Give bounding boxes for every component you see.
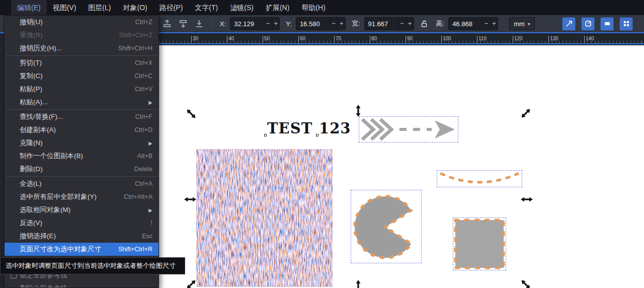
pacman-object-selection-box[interactable] — [351, 190, 422, 263]
selection-handle-bottom-middle[interactable] — [356, 280, 361, 288]
menu-item-cut[interactable]: 剪切(T) Ctrl+X — [5, 56, 158, 69]
move-patterns-toggle[interactable] — [619, 17, 633, 31]
units-dropdown[interactable]: mm ▾ — [509, 17, 535, 30]
canvas[interactable]: TEST 123 — [159, 45, 644, 288]
menu-item-label: 选取相同对象(M) — [20, 205, 70, 214]
height-spinbox: − + — [448, 17, 498, 30]
menubar-item-path[interactable]: 路径(P) — [153, 0, 189, 15]
height-increment-button[interactable]: + — [490, 18, 498, 30]
menu-item-shortcut: Ctrl+X — [135, 59, 152, 66]
selection-handle-left-middle[interactable] — [184, 197, 196, 202]
menu-item-label: 删除全部参考线 — [20, 284, 67, 288]
menu-item-delete-all-guides[interactable]: 删除全部参考线 — [5, 282, 158, 288]
menu-item-clone[interactable]: 克隆(N) ▶ — [5, 136, 158, 150]
x-spinbox: − + — [230, 17, 280, 30]
menu-separator — [6, 176, 157, 177]
menu-item-label: 粘贴(A)... — [20, 98, 48, 107]
submenu-arrow-icon: ▶ — [148, 207, 152, 213]
menubar-item-layer[interactable]: 图层(L) — [82, 0, 117, 15]
menu-item-find-replace[interactable]: 查找/替换(F)... Ctrl+F — [5, 110, 158, 123]
lower-to-bottom-icon[interactable] — [193, 18, 205, 30]
menubar-item-filters[interactable]: 滤镜(S) — [224, 0, 260, 15]
selection-handle-bottom-right[interactable] — [520, 278, 532, 288]
menu-item-label: 页面尺寸改为选中对象尺寸 — [20, 245, 101, 254]
scale-corners-toggle[interactable] — [581, 17, 595, 31]
menubar-item-edit[interactable]: 编辑(E) — [11, 0, 47, 15]
menu-item-deselect[interactable]: 撤销选择(E) Esc — [5, 230, 158, 243]
menu-item-duplicate[interactable]: 创建副本(A) Ctrl+D — [5, 123, 158, 136]
menubar-item-text[interactable]: 文字(T) — [189, 0, 224, 15]
text-object-123[interactable]: 123 — [319, 120, 351, 137]
tooltip: 选中对象时调整页面尺寸到当前选中对象或者整个绘图尺寸 — [0, 257, 185, 274]
selection-handle-top-right[interactable] — [520, 107, 532, 119]
height-stepper: − + — [482, 18, 498, 30]
menubar-item-extensions[interactable]: 扩展(N) — [260, 0, 295, 15]
menu-item-shortcut: Ctrl+D — [134, 126, 152, 133]
dashed-curve-shape — [437, 171, 522, 187]
lock-ratio-icon[interactable] — [418, 18, 430, 30]
y-increment-button[interactable]: + — [338, 18, 345, 30]
menu-item-label: 复制(C) — [20, 71, 43, 81]
x-stepper: − + — [264, 18, 279, 30]
menu-item-label: 粘贴(P) — [20, 85, 42, 94]
x-input[interactable] — [230, 18, 264, 30]
square-object-selection-box[interactable] — [453, 218, 506, 270]
width-increment-button[interactable]: + — [406, 18, 414, 30]
x-decrement-button[interactable]: − — [264, 18, 272, 30]
menubar-item-help[interactable]: 帮助(H) — [295, 0, 331, 15]
curve-object-selection-box[interactable] — [437, 170, 522, 187]
menu-item-label: 选中所有层中全部对象(Y) — [20, 192, 97, 201]
height-input[interactable] — [449, 18, 482, 30]
menu-item-shortcut: Ctrl+Z — [135, 19, 152, 26]
menu-item-shortcut: Esc — [142, 233, 152, 240]
menu-item-resize-page-to-selection[interactable]: 页面尺寸改为选中对象尺寸 Shift+Ctrl+R — [5, 243, 158, 256]
menu-item-select-all-in-all-layers[interactable]: 选中所有层中全部对象(Y) Ctrl+Alt+A — [5, 190, 158, 203]
menu-item-paste-special[interactable]: 粘贴(A)... ▶ — [5, 96, 158, 109]
horizontal-ruler[interactable]: 30 40 50 60 70 80 90 100 110 120 130 140 — [159, 33, 644, 44]
arrow-object-selection-box[interactable] — [359, 116, 458, 142]
selection-handle-right-middle[interactable] — [521, 197, 533, 202]
menu-item-shortcut: Delete — [134, 166, 152, 173]
menu-item-delete[interactable]: 删除(D) Delete — [5, 163, 158, 176]
move-gradients-toggle[interactable] — [600, 17, 614, 31]
width-label: 宽: — [352, 19, 360, 28]
height-decrement-button[interactable]: − — [482, 18, 490, 30]
menu-item-label: 撤销选择(E) — [20, 232, 56, 241]
menu-item-copy[interactable]: 复制(C) Ctrl+C — [5, 69, 158, 83]
raise-icon[interactable] — [161, 18, 173, 30]
menu-item-select-same[interactable]: 选取相同对象(M) ▶ — [5, 203, 158, 217]
menu-item-invert-selection[interactable]: 反选(V) ! — [5, 217, 158, 230]
lower-icon[interactable] — [177, 18, 189, 30]
menu-item-paste[interactable]: 粘贴(P) Ctrl+V — [5, 83, 158, 96]
menu-item-label: 查找/替换(F)... — [20, 112, 63, 121]
ruler-tick-label: 140 — [584, 36, 594, 43]
width-decrement-button[interactable]: − — [398, 18, 406, 30]
menu-item-redo[interactable]: 重做(R) Shift+Ctrl+Z — [5, 29, 158, 42]
selection-handle-top-left[interactable] — [185, 108, 197, 120]
chevron-down-icon: ▾ — [528, 21, 530, 27]
menu-item-make-bitmap-copy[interactable]: 制作一个位图副本(B) Alt+B — [5, 150, 158, 163]
menu-item-label: 撤销历史(H)... — [20, 44, 62, 53]
menubar: 编辑(E) 视图(V) 图层(L) 对象(O) 路径(P) 文字(T) 滤镜(S… — [0, 0, 644, 15]
ruler-tick-label: 120 — [513, 36, 523, 43]
text-anchor-marker — [264, 134, 267, 136]
affect-toggle-group — [562, 17, 633, 31]
noise-bitmap-image[interactable] — [196, 149, 333, 287]
gray-square-shape — [453, 218, 506, 270]
menu-item-undo-history[interactable]: 撤销历史(H)... Shift+Ctrl+H — [5, 42, 158, 55]
text-object-test[interactable]: TEST — [267, 120, 312, 137]
menu-item-select-all[interactable]: 全选(L) Ctrl+A — [5, 177, 158, 190]
units-value: mm — [514, 20, 525, 28]
scale-stroke-toggle[interactable] — [562, 17, 576, 31]
y-label: Y: — [286, 20, 292, 28]
menubar-item-object[interactable]: 对象(O) — [117, 0, 153, 15]
selection-handle-top-middle[interactable] — [356, 105, 361, 117]
width-input[interactable] — [365, 18, 398, 30]
x-increment-button[interactable]: + — [272, 18, 279, 30]
menu-item-undo[interactable]: 撤销(U) Ctrl+Z — [5, 16, 158, 29]
y-decrement-button[interactable]: − — [330, 18, 338, 30]
y-input[interactable] — [296, 18, 330, 30]
menu-item-shortcut: ! — [151, 220, 152, 227]
selection-handle-bottom-left[interactable] — [185, 278, 197, 288]
menubar-item-view[interactable]: 视图(V) — [47, 0, 83, 15]
